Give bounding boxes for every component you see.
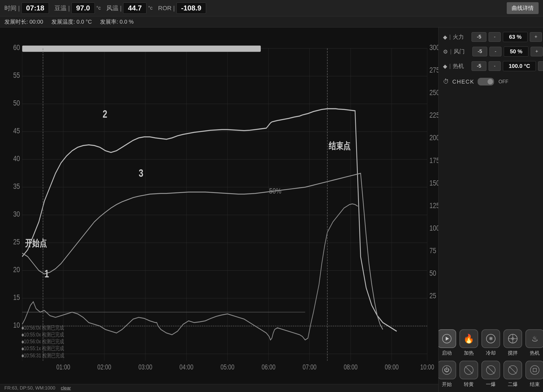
end-button[interactable]: 结束: [525, 361, 543, 388]
fire-minus5-button[interactable]: -5: [472, 32, 486, 42]
chart-bottom-bar: FR:63, DP:50, WM:1000 clear: [0, 384, 438, 392]
cool-label: 冷却: [486, 350, 496, 356]
main-area: 60 55 50 45 40 35 30 25 20 15 10 300 275…: [0, 27, 543, 392]
svg-text:45: 45: [13, 126, 20, 135]
svg-point-74: [22, 334, 24, 336]
begin-label: 开始: [442, 381, 452, 388]
time-label: 时间: [4, 4, 16, 12]
svg-text:10:56:31 检测已完成: 10:56:31 检测已完成: [24, 352, 64, 358]
bean-temp-display: 豆温 | 97.0 °c: [54, 2, 101, 14]
fan-control-row: ⚙ | 风门 -5 - 50 % + +5: [443, 46, 539, 57]
svg-text:50: 50: [13, 99, 20, 107]
start-label: 启动: [442, 350, 452, 356]
svg-text:08:00: 08:00: [344, 363, 358, 371]
svg-text:75: 75: [430, 246, 436, 255]
second-bar: 发展时长: 00:00 发展温度: 0.0 °C 发展率: 0.0 %: [0, 16, 543, 27]
crack1-button[interactable]: 一爆: [481, 361, 500, 388]
begin-icon: ⏻: [437, 361, 456, 379]
time-display: 时间 | 07:18: [4, 2, 49, 14]
crack2-button[interactable]: 二爆: [503, 361, 522, 388]
svg-line-91: [487, 366, 494, 374]
bean-temp-unit: °c: [96, 5, 101, 11]
dev-time: 发展时长: 00:00: [4, 18, 43, 26]
svg-text:250: 250: [430, 88, 438, 97]
svg-text:25: 25: [13, 238, 20, 246]
fire-plus-button[interactable]: +: [530, 32, 542, 42]
svg-text:225: 225: [430, 111, 438, 119]
svg-point-73: [22, 327, 24, 330]
heat-icon: 🔥: [459, 329, 478, 348]
preheat-plus-button[interactable]: +: [538, 61, 543, 71]
fan-plus-button[interactable]: +: [531, 47, 543, 56]
chart-svg: 60 55 50 45 40 35 30 25 20 15 10 300 275…: [0, 27, 438, 392]
toggle-off-label: OFF: [498, 79, 508, 85]
time-value: 07:18: [21, 2, 49, 14]
svg-text:3: 3: [139, 167, 143, 179]
check-toggle[interactable]: [478, 78, 494, 85]
heat-label: 加热: [464, 350, 474, 356]
ror-value: -108.9: [176, 2, 206, 14]
stir-label: 搅拌: [508, 350, 518, 356]
stir-icon: [503, 329, 522, 348]
svg-text:07:00: 07:00: [303, 363, 317, 371]
right-panel: ◆ | 火力 -5 - 63 % + +5 ⚙ | 风门 -5 - 50 % +…: [439, 27, 543, 392]
svg-text:175: 175: [430, 156, 438, 164]
svg-rect-0: [0, 27, 438, 392]
check-label: CHECK: [452, 79, 474, 85]
preheat-icon: ♨: [525, 329, 543, 348]
svg-point-75: [22, 341, 24, 343]
air-temp-value: 44.7: [123, 2, 146, 14]
fan-value: 50 %: [504, 46, 528, 57]
bean-temp-value: 97.0: [71, 2, 95, 14]
crack2-icon: [503, 361, 522, 379]
fan-minus-button[interactable]: -: [489, 47, 502, 56]
preheat-btn-label: 热机: [530, 350, 540, 356]
fire-control-row: ◆ | 火力 -5 - 63 % + +5: [443, 32, 539, 42]
svg-text:开始点: 开始点: [25, 238, 47, 248]
preheat-minus-button[interactable]: -: [489, 61, 501, 71]
yellow-button[interactable]: 转黄: [459, 361, 478, 388]
preheat-control-row: ◆ | 热机 -5 - 100.0 °C + +5: [443, 61, 539, 71]
svg-text:20: 20: [13, 265, 20, 274]
clear-button[interactable]: clear: [61, 385, 71, 391]
svg-text:275: 275: [430, 66, 438, 74]
preheat-label: 热机: [453, 62, 469, 70]
fire-label: 火力: [453, 33, 469, 41]
svg-text:❄: ❄: [489, 336, 493, 341]
preheat-minus5-button[interactable]: -5: [472, 61, 486, 71]
preheat-btn[interactable]: ♨ 热机: [525, 329, 543, 356]
detail-button[interactable]: 曲线详情: [507, 2, 539, 14]
fire-minus-button[interactable]: -: [489, 32, 501, 42]
svg-text:30: 30: [13, 210, 20, 218]
svg-text:1: 1: [45, 268, 49, 280]
svg-text:10:55:1x 检测已完成: 10:55:1x 检测已完成: [24, 345, 64, 352]
yellow-icon: [459, 361, 478, 379]
crack1-label: 一爆: [486, 381, 496, 388]
svg-text:300: 300: [430, 43, 438, 52]
air-temp-display: 风温 | 44.7 °c: [106, 2, 153, 14]
svg-text:100: 100: [430, 223, 438, 232]
begin-button[interactable]: ⏻ 开始: [437, 361, 456, 388]
dev-temp: 发展温度: 0.0 °C: [51, 18, 92, 26]
crack1-icon: [481, 361, 500, 379]
svg-text:09:00: 09:00: [385, 363, 399, 371]
heat-button[interactable]: 🔥 加热: [459, 329, 478, 356]
chart-area: 60 55 50 45 40 35 30 25 20 15 10 300 275…: [0, 27, 439, 392]
svg-text:200: 200: [430, 133, 438, 142]
start-button[interactable]: 启动: [437, 329, 456, 356]
end-icon: [525, 361, 543, 379]
cool-icon: ❄: [481, 329, 500, 348]
fire-value: 63 %: [503, 32, 528, 42]
svg-line-93: [509, 366, 516, 374]
fan-minus5-button[interactable]: -5: [472, 47, 487, 56]
top-bar: 时间 | 07:18 豆温 | 97.0 °c 风温 | 44.7 °c ROR…: [0, 0, 543, 16]
cool-button[interactable]: ❄ 冷却: [481, 329, 500, 356]
svg-text:50%: 50%: [269, 186, 281, 195]
svg-text:10:56:0x 检测已完成: 10:56:0x 检测已完成: [24, 324, 64, 331]
svg-text:40: 40: [13, 154, 20, 163]
stir-button[interactable]: 搅拌: [503, 329, 522, 356]
svg-text:01:00: 01:00: [56, 363, 70, 371]
svg-text:55: 55: [13, 71, 20, 79]
svg-point-76: [22, 347, 24, 350]
air-temp-label: 风温: [106, 4, 118, 12]
